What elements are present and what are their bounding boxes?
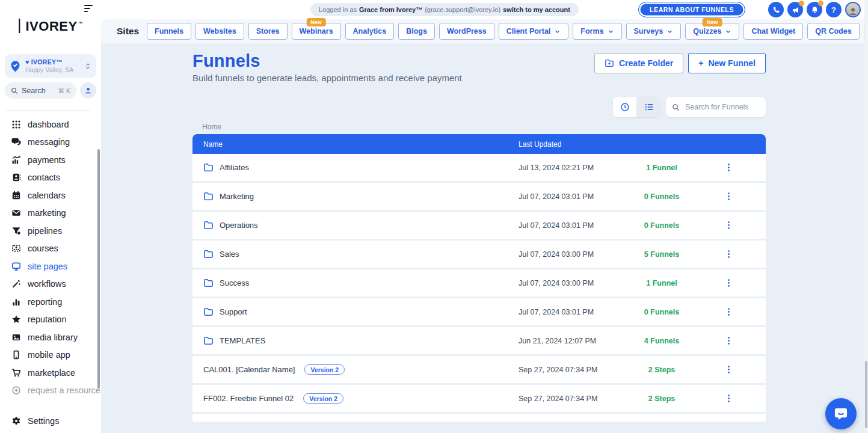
sidebar-item-messaging[interactable]: messaging [0, 134, 96, 152]
tab-funnels[interactable]: Funnels [147, 23, 191, 40]
table-row[interactable]: TEMPLATESJun 21, 2024 12:07 PM4 Funnels [192, 327, 766, 356]
sidebar-item-calendars[interactable]: calendars [0, 186, 96, 204]
location-switcher[interactable]: ♥ IVOREY™ Happy Valley, SA [5, 54, 96, 78]
row-count-link[interactable]: 2 Steps [614, 395, 710, 403]
breadcrumb[interactable]: Home [202, 123, 766, 131]
row-menu-button[interactable] [721, 189, 736, 204]
tab-websites[interactable]: Websites [195, 23, 244, 40]
row-count-link[interactable]: 1 Funnel [614, 164, 710, 172]
sidebar-item-courses[interactable]: courses [0, 240, 96, 258]
row-menu-button[interactable] [721, 304, 736, 320]
sidebar-item-pipelines[interactable]: pipelines [0, 222, 96, 240]
sidebar-item-workflows[interactable]: workflows [0, 275, 96, 293]
table-row[interactable]: FF002. Freebie Funnel 02Version 2Sep 27,… [192, 385, 766, 414]
tab-analytics[interactable]: Analytics [345, 23, 395, 40]
sidebar-item-label: calendars [28, 191, 66, 200]
sidebar-item-marketplace[interactable]: marketplace [0, 364, 96, 382]
table-row[interactable]: SalesJul 07, 2024 03:00 PM5 Funnels [192, 241, 766, 269]
recents-view-button[interactable] [613, 97, 636, 117]
row-count-link[interactable]: 4 Funnels [614, 337, 710, 345]
global-search-input[interactable]: Search ⌘ K [5, 82, 76, 99]
profile-quick-button[interactable] [80, 82, 96, 99]
row-menu-button[interactable] [721, 218, 736, 233]
tab-qr-codes[interactable]: QR Codes [807, 23, 859, 40]
table-row[interactable]: AffiliatesJul 13, 2024 02:21 PM1 Funnel [192, 154, 766, 183]
dots-vertical-icon [724, 221, 733, 230]
app-window: Logged in as Grace from Ivorey™ (grace.s… [0, 0, 868, 433]
window-scrollbar-thumb[interactable] [865, 361, 867, 428]
sidebar-item-marketing[interactable]: marketing [0, 204, 96, 223]
sidebar-item-media-library[interactable]: media library [0, 328, 96, 346]
tab-blogs[interactable]: Blogs [398, 23, 435, 40]
table-row[interactable]: OperationsJul 07, 2024 03:01 PM0 Funnels [192, 212, 766, 241]
sidebar-item-payments[interactable]: payments [0, 151, 96, 169]
page-header: Funnels Build funnels to generate leads,… [192, 43, 766, 83]
tab-quizzes[interactable]: QuizzesNew [685, 23, 739, 40]
row-menu-button[interactable] [721, 333, 736, 349]
row-name: Operations [220, 221, 258, 230]
table-row[interactable]: SuccessJul 07, 2024 03:00 PM1 Funnel [192, 269, 766, 298]
row-menu-button[interactable] [721, 160, 736, 176]
table-row-partial [192, 414, 766, 422]
row-count-link[interactable]: 1 Funnel [614, 279, 710, 287]
row-name: CAL001. [Calendar Name] [203, 365, 295, 374]
announcements-button[interactable] [787, 2, 803, 17]
switch-account-link[interactable]: switch to my account [503, 6, 570, 13]
logo-tm: ™ [78, 21, 83, 26]
help-button[interactable]: ? [826, 2, 842, 17]
folder-plus-icon [605, 58, 614, 68]
row-name: FF002. Freebie Funnel 02 [203, 394, 294, 403]
sidebar-item-label: courses [28, 244, 58, 253]
row-count-link[interactable]: 2 Steps [614, 366, 710, 374]
person-icon [84, 87, 92, 94]
tab-list: FunnelsWebsitesStoresWebinarsNewAnalytic… [147, 23, 860, 40]
folder-icon [203, 278, 214, 288]
row-count-link[interactable]: 0 Funnels [614, 192, 710, 201]
tab-surveys[interactable]: Surveys [626, 23, 682, 40]
user-avatar[interactable] [845, 2, 861, 17]
create-folder-button[interactable]: Create Folder [594, 53, 683, 73]
sidebar-item-dashboard[interactable]: dashboard [0, 115, 96, 134]
row-menu-button[interactable] [721, 275, 736, 291]
tab-stores[interactable]: Stores [248, 23, 288, 40]
sidebar-collapse-button[interactable] [84, 5, 93, 14]
table-row[interactable]: MarketingJul 07, 2024 03:01 PM0 Funnels [192, 183, 766, 212]
row-name: Marketing [220, 192, 254, 201]
funnel-search-input[interactable] [684, 102, 760, 112]
sidebar-item-reputation[interactable]: reputation [0, 311, 96, 329]
tab-forms[interactable]: Forms [573, 23, 621, 40]
chevron-down-icon [666, 28, 673, 35]
row-count-link[interactable]: 0 Funnels [614, 308, 710, 316]
tab-label: Forms [580, 27, 603, 35]
row-count-link[interactable]: 0 Funnels [614, 221, 710, 230]
row-menu-button[interactable] [721, 362, 736, 378]
row-menu-button[interactable] [721, 247, 736, 262]
sidebar-item-reporting[interactable]: reporting [0, 293, 96, 311]
window-scrollbar[interactable] [864, 0, 868, 433]
row-count-link[interactable]: 5 Funnels [614, 250, 710, 259]
notifications-button[interactable] [807, 2, 822, 17]
sidebar-item-contacts[interactable]: contacts [0, 169, 96, 187]
tab-client-portal[interactable]: Client Portal [499, 23, 569, 40]
phone-call-button[interactable] [768, 2, 784, 17]
new-badge: New [306, 18, 326, 26]
chat-widget-button[interactable] [825, 398, 857, 429]
tab-chat-widget[interactable]: Chat Widget [743, 23, 803, 40]
row-menu-button[interactable] [721, 391, 736, 407]
bar-chart-icon [11, 297, 21, 307]
sidebar-item-settings[interactable]: Settings [11, 416, 59, 426]
tab-webinars[interactable]: WebinarsNew [292, 23, 341, 40]
create-folder-label: Create Folder [619, 58, 673, 68]
sidebar-item-site-pages[interactable]: site pages [0, 257, 96, 275]
table-row[interactable]: SupportJul 07, 2024 03:01 PM0 Funnels [192, 298, 766, 327]
sidebar-scrollbar[interactable] [97, 149, 100, 388]
tab-wordpress[interactable]: WordPress [439, 23, 494, 40]
learn-about-funnels-button[interactable]: LEARN ABOUT FUNNELS [638, 2, 745, 17]
new-funnel-button[interactable]: + New Funnel [688, 53, 766, 73]
sidebar-item-request-a-resource[interactable]: request a resource [0, 382, 96, 400]
sidebar-nav: dashboardmessagingpaymentscontactscalend… [0, 115, 96, 399]
sidebar-item-mobile-app[interactable]: mobile app [0, 346, 96, 364]
header-actions: Create Folder + New Funnel [594, 53, 766, 73]
table-row[interactable]: CAL001. [Calendar Name]Version 2Sep 27, … [192, 356, 766, 385]
list-view-button[interactable] [637, 97, 660, 117]
